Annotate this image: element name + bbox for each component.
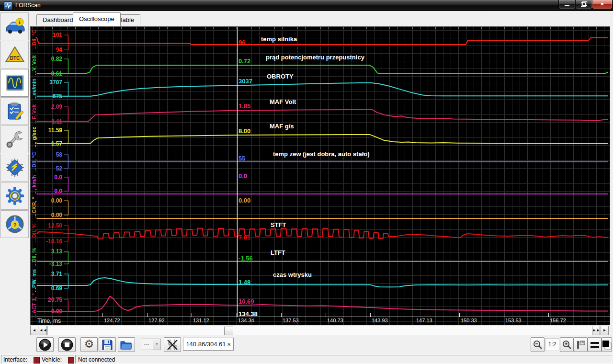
time-tick-mark bbox=[102, 313, 103, 317]
time-tick-label: 153.53 bbox=[505, 318, 522, 323]
svg-text:DTC: DTC bbox=[10, 56, 20, 61]
oscilloscope-plot: Time, ms 134.38 10194...DII, °Ctemp siln… bbox=[30, 26, 610, 325]
scale-min-label: 0.69 bbox=[34, 284, 62, 292]
scale-max-label: 3.71 bbox=[34, 270, 62, 278]
current-value: 55 bbox=[238, 155, 245, 162]
background-color-button[interactable] bbox=[602, 337, 612, 352]
scale-min-label: -10.16 bbox=[34, 238, 62, 245]
time-tick-mark bbox=[548, 313, 549, 317]
time-tick-label: 131.12 bbox=[193, 318, 209, 323]
scale-max-label: 101 bbox=[34, 31, 62, 39]
gear-icon bbox=[5, 186, 25, 206]
line-width-button[interactable] bbox=[588, 337, 602, 352]
scroll-right-button[interactable]: ► bbox=[601, 326, 609, 335]
trace-MAF Volt bbox=[37, 109, 608, 121]
steering-wheel-help-icon: ? bbox=[5, 214, 25, 234]
time-tick-mark bbox=[147, 313, 148, 317]
status-bar: Interface: Vehicle: Not connected bbox=[0, 354, 613, 364]
window-title: FORScan bbox=[15, 2, 41, 9]
trace-MAF g/s bbox=[37, 135, 608, 144]
scale-max-label: 11.59 bbox=[34, 126, 62, 134]
arrow-double-left-icon: ◄◄ bbox=[39, 328, 47, 332]
ruler-icon bbox=[576, 340, 586, 350]
app-icon bbox=[4, 1, 12, 10]
scale-min-label: 94 bbox=[34, 46, 62, 54]
svg-text:?: ? bbox=[13, 222, 16, 228]
measure-ruler-button[interactable] bbox=[574, 337, 588, 352]
zoom-out-button[interactable] bbox=[531, 337, 545, 352]
time-tick-label: 124.72 bbox=[104, 318, 120, 323]
time-tick-mark bbox=[370, 313, 371, 317]
scroll-left-button[interactable]: ◄ bbox=[30, 326, 38, 335]
time-tick-label: 127.92 bbox=[148, 318, 165, 323]
time-tick-mark bbox=[415, 313, 415, 317]
scale-min-label: 1.11 bbox=[34, 118, 62, 125]
tab-oscilloscope[interactable]: Oscilloscope bbox=[73, 12, 121, 26]
sidebar-item-dtc[interactable]: DTC bbox=[0, 41, 29, 68]
current-value: 96 bbox=[238, 39, 245, 46]
stop-button[interactable] bbox=[58, 337, 76, 352]
zoom-ratio-label: 1:2 bbox=[545, 338, 559, 351]
marker-select-dropdown[interactable]: --- ▼ bbox=[141, 339, 161, 350]
horizontal-scrollbar: ◄ ◄◄ ►► ► bbox=[30, 326, 609, 336]
channel-name-label: LTFT bbox=[271, 249, 285, 257]
sidebar-item-settings[interactable] bbox=[0, 182, 29, 210]
sidebar-item-vehicle-info[interactable]: i bbox=[0, 12, 29, 40]
interface-status-indicator bbox=[34, 357, 40, 364]
scale-min-label: 1.57 bbox=[34, 140, 62, 148]
sidebar-item-oscilloscope[interactable] bbox=[0, 69, 29, 97]
vehicle-status-indicator bbox=[68, 357, 74, 364]
dtc-triangle-icon: DTC bbox=[4, 46, 25, 64]
status-message: Not connected bbox=[78, 356, 115, 363]
close-icon: ✕ bbox=[600, 2, 604, 7]
line-width-icon bbox=[590, 341, 600, 349]
scrollbar-thumb[interactable] bbox=[224, 327, 233, 335]
time-position-field[interactable]: 140.86/304.61 s bbox=[183, 338, 234, 351]
scale-max-label: 0.82 bbox=[34, 55, 62, 63]
current-value: 7.81 bbox=[238, 234, 250, 241]
time-tick-mark bbox=[459, 313, 460, 317]
scale-bracket bbox=[64, 107, 68, 122]
sidebar-item-configuration[interactable] bbox=[0, 154, 29, 182]
scrollbar-track[interactable] bbox=[47, 326, 606, 335]
channel-name-label: OBROTY bbox=[267, 73, 294, 80]
scale-bracket bbox=[64, 274, 68, 288]
time-tick-mark bbox=[504, 313, 504, 317]
scroll-far-right-button[interactable]: ►► bbox=[592, 326, 600, 335]
open-button[interactable] bbox=[118, 337, 135, 352]
channel-name-label: MAF g/s bbox=[270, 123, 294, 130]
time-cursor-line[interactable] bbox=[237, 27, 238, 317]
scale-max-label: 2.09 bbox=[34, 103, 62, 111]
close-button[interactable]: ✕ bbox=[592, 0, 613, 9]
zoom-out-icon bbox=[533, 340, 543, 350]
forscan-window: FORScan ✕ Dashboard Oscilloscope Table i… bbox=[0, 0, 613, 364]
scale-bracket bbox=[64, 59, 68, 74]
sidebar: i DTC bbox=[0, 12, 30, 354]
scope-settings-button[interactable]: ⚙ bbox=[80, 337, 98, 352]
restore-button[interactable] bbox=[575, 0, 592, 9]
play-button[interactable] bbox=[36, 337, 54, 352]
time-tick-label: 150.33 bbox=[461, 318, 477, 323]
channel-name-label: czas wtrysku bbox=[273, 271, 312, 279]
scale-min-label: 0.00 bbox=[34, 307, 62, 315]
channel-name-label: temp zew (jest dobra, auto stało) bbox=[273, 150, 370, 158]
save-button[interactable] bbox=[99, 337, 116, 352]
arrow-double-right-icon: ►► bbox=[592, 328, 600, 332]
current-value: 0.0 bbox=[238, 172, 247, 180]
scale-bracket bbox=[64, 130, 68, 144]
scroll-far-left-button[interactable]: ◄◄ bbox=[39, 326, 47, 335]
arrow-left-icon: ◄ bbox=[33, 328, 36, 332]
trace-OBROTY bbox=[37, 83, 608, 96]
scale-max-label: 3707 bbox=[34, 79, 62, 86]
connection-cell: Interface: Vehicle: bbox=[1, 355, 74, 364]
sidebar-item-tests[interactable] bbox=[0, 97, 29, 125]
zoom-in-button[interactable] bbox=[560, 337, 574, 352]
markers-off-button[interactable] bbox=[164, 337, 181, 352]
arrow-right-icon: ► bbox=[603, 328, 607, 332]
minimize-button[interactable] bbox=[558, 0, 576, 9]
trace-czas wtrysku bbox=[37, 278, 608, 287]
sidebar-item-help[interactable]: ? bbox=[0, 210, 29, 238]
sidebar-item-service[interactable] bbox=[0, 125, 29, 153]
save-floppy-icon bbox=[101, 339, 114, 351]
wrench-icon bbox=[5, 130, 24, 149]
